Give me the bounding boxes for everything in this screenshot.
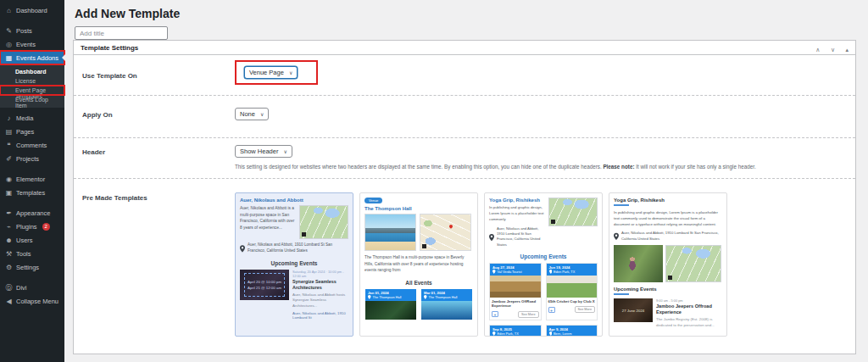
dashboard-icon: ⌂ [5,7,13,14]
sidebar-item-posts[interactable]: ✎ Posts [0,24,64,37]
location-pin-icon [492,331,496,336]
header-select[interactable]: Show Header ∨ [235,145,292,158]
template-title-input[interactable] [75,26,168,40]
sidebar-item-appearance[interactable]: ✒ Appearance [0,206,64,220]
sidebar-item-settings[interactable]: ⚙ Settings [0,260,64,274]
event-card: Jun 19, 2024 Eden Park, TX 65th Cricket … [546,263,598,320]
use-template-on-select[interactable]: Venue Page ∨ [244,66,298,79]
sidebar-label: Events [16,41,36,48]
event-title: Synergize Seamless Architectures [292,279,348,291]
location-pin-icon [424,295,427,299]
venue-address: Auer, Nikolaus and Abbott, 1910 Lombard … [248,242,348,254]
sidebar-item-pages[interactable]: ▤ Pages [0,125,64,138]
events-icon: ◎ [5,41,13,48]
event-date-overlay: April 21 @ 12:00 am [245,285,284,291]
admin-sidebar: ⌂ Dashboard ✎ Posts ◎ Events ▦ Events Ad… [0,0,64,362]
folder-icon: ▣ [5,189,13,197]
venue-description: The Thompson Hall is a multi-purpose spa… [364,254,473,274]
pages-icon: ▤ [5,128,13,136]
sidebar-item-media[interactable]: ♪ Media [0,111,64,125]
location-pin-icon [549,331,553,336]
sidebar-item-divi[interactable]: Ⓓ Divi [0,281,64,294]
submenu-item-license[interactable]: License [0,76,64,86]
submenu-item-events-loop-item[interactable]: Events Loop Item [0,95,64,104]
share-button[interactable]: + [548,307,555,313]
event-datetime: Saturday, 20 Apr 2024 · 10:00 pm - 12:00… [292,270,348,278]
field-row-header: Header Show Header ∨ This setting is des… [74,138,855,179]
venue-address: Auer, Nikolaus and Abbott, 1910 Lombard … [621,231,722,242]
chevron-down-icon: ∨ [260,111,264,117]
sidebar-item-elementor[interactable]: ◉ Elementor [0,172,64,186]
share-button[interactable]: + [492,311,498,317]
event-card: Sep 8, 2025 Eden Park, TX [489,325,542,337]
apply-on-label: Apply On [82,96,235,119]
event-date-overlay: April 20 @ 10:00 pm [245,279,284,285]
event-item: 27 June 2024 9:00 am - 5:00 pm Jamboo Je… [614,298,722,328]
sidebar-item-plugins[interactable]: ⌁ Plugins 2 [0,220,64,233]
metabox-title: Template Settings [81,44,138,52]
event-title: Jamboo Jeepers Offroad Experience [656,304,722,315]
chevron-down-icon: ∨ [283,148,287,154]
template-card-venue-4[interactable]: Yoga Grip, Rishikesh In publishing and g… [609,192,727,337]
template-settings-metabox: Template Settings ∧ ∨ ▴ Use Template On … [73,40,856,354]
sidebar-item-tools[interactable]: ⚒ Tools [0,247,64,260]
header-description: This setting is designed for websites wh… [235,163,845,170]
event-item: April 20 @ 10:00 pm April 21 @ 12:00 am … [240,270,348,320]
venue-title: Yoga Grip, Rishikesh [614,198,722,203]
event-card: Jan 01, 2024 The Thompson Hall [365,289,416,320]
tools-icon: ⚒ [5,250,13,258]
template-card-venue-1[interactable]: Auer, Nikolaus and Abbott Auer, Nikolaus… [235,192,353,337]
apply-on-select[interactable]: None ∨ [235,108,269,120]
sidebar-label: Settings [16,264,39,271]
user-icon: ☻ [5,237,13,244]
sidebar-item-templates[interactable]: ▣ Templates [0,186,64,199]
sidebar-item-collapse-menu[interactable]: ◀ Collapse Menu [0,294,64,308]
sidebar-label: Tools [16,250,31,258]
field-row-use-template-on: Use Template On Venue Page ∨ [74,55,855,96]
wordpress-admin-page: ⌂ Dashboard ✎ Posts ◎ Events ▦ Events Ad… [0,0,868,362]
sidebar-label: Projects [16,155,39,163]
toggle-panel-icon[interactable]: ▴ [845,47,849,53]
calendar-icon: ▦ [5,54,13,62]
venue-address: Auer, Nikolaus and Abbott, 1910 Lombard … [497,226,545,248]
metabox-header[interactable]: Template Settings ∧ ∨ ▴ [74,41,855,55]
event-description: Auer, Nikolaus and Abbott hosts Synergiz… [292,292,348,309]
header-description-text: This setting is designed for websites wh… [235,164,603,170]
template-card-venue-2[interactable]: Venue The Thompson Hall The Thompson Hal… [359,192,478,337]
see-more-button[interactable]: See More [575,306,595,313]
sidebar-label: Events Addons [16,54,58,62]
projects-icon: ✐ [5,155,13,163]
sidebar-label: Comments [16,142,47,149]
move-down-icon[interactable]: ∨ [831,47,835,53]
field-row-pre-made-templates: Pre Made Templates Auer, Nikolaus and Ab… [74,179,855,345]
sidebar-item-users[interactable]: ☻ Users [0,233,64,247]
template-card-venue-3[interactable]: Yoga Grip, Rishikesh In publishing and g… [484,192,603,337]
event-card: Apr 9, 2024 Bern, Lorem [546,325,598,337]
sidebar-item-projects[interactable]: ✐ Projects [0,152,64,165]
submenu-item-event-page-templates[interactable]: Event Page Templates [0,86,64,95]
event-image: April 20 @ 10:00 pm April 21 @ 12:00 am [240,270,289,300]
sidebar-item-events[interactable]: ◎ Events [0,37,64,51]
sidebar-item-events-addons[interactable]: ▦ Events Addons [0,51,64,64]
sidebar-item-comments[interactable]: ❝ Comments [0,138,64,152]
venue-description: In publishing and graphic design, Lorem … [489,205,545,223]
submenu-item-dashboard[interactable]: Dashboard [0,67,64,76]
sidebar-label: Templates [16,189,45,197]
template-cards: Auer, Nikolaus and Abbott Auer, Nikolaus… [235,179,847,345]
comments-icon: ❝ [5,142,13,149]
location-pin-icon [492,270,496,274]
posts-icon: ✎ [5,27,13,35]
annotation-box-use-template-on: Venue Page ∨ [235,60,318,85]
location-pin-icon [240,243,245,254]
venue-photo [364,214,416,251]
chevron-down-icon: ∨ [289,70,292,75]
sidebar-item-dashboard[interactable]: ⌂ Dashboard [0,3,64,17]
move-up-icon[interactable]: ∧ [815,47,820,53]
pre-made-templates-label: Pre Made Templates [82,179,235,202]
event-location: Val Verda Tourist [498,270,522,274]
event-location: Eden Park, TX [554,270,575,274]
see-more-button[interactable]: See More [518,311,538,318]
location-pin-icon [489,227,494,248]
plugin-icon: ⌁ [5,223,13,231]
event-title: 65th Cricket Cup by Club X [547,298,598,305]
